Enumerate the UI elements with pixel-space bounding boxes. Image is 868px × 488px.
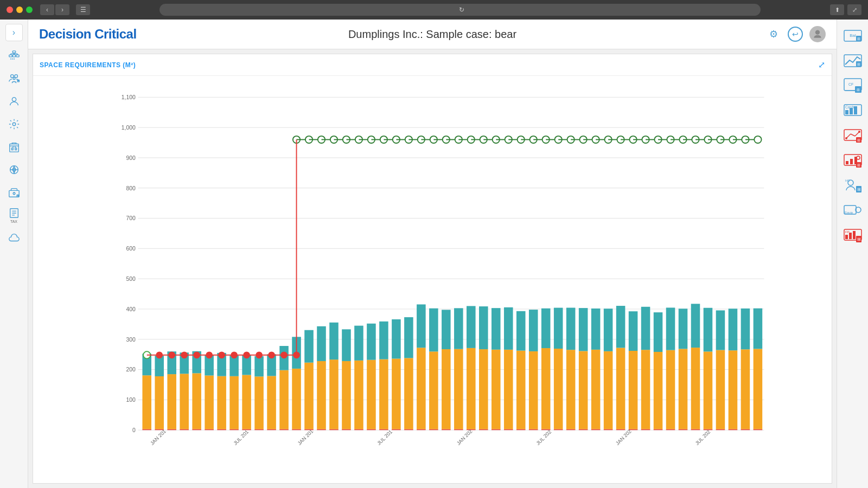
svg-rect-180: [679, 349, 688, 429]
sidebar-item-finance[interactable]: +: [4, 182, 24, 203]
right-sidebar-item-bal[interactable]: Bal ⊞: [840, 24, 866, 48]
svg-text:Bal: Bal: [850, 33, 856, 38]
svg-rect-83: [279, 429, 289, 430]
maximize-button[interactable]: [26, 7, 33, 13]
svg-point-299: [754, 136, 761, 143]
forward-nav-button[interactable]: ›: [55, 4, 69, 15]
svg-point-9: [10, 75, 13, 78]
svg-rect-124: [442, 310, 451, 349]
svg-rect-65: [205, 429, 214, 430]
svg-rect-87: [292, 369, 301, 429]
svg-text:400: 400: [126, 306, 136, 312]
svg-rect-191: [729, 429, 738, 430]
svg-rect-130: [467, 306, 476, 348]
svg-text:⊞: ⊞: [857, 138, 860, 142]
svg-rect-55: [155, 356, 164, 376]
svg-rect-155: [579, 429, 588, 430]
sidebar-item-person[interactable]: [4, 91, 24, 112]
svg-text:JAN 202: JAN 202: [455, 428, 473, 446]
app-layout: › A A A: [0, 20, 868, 488]
share-button[interactable]: ⬆: [830, 4, 844, 15]
logo-decision: Decision: [39, 27, 91, 41]
sidebar-item-building[interactable]: [4, 137, 24, 157]
svg-rect-169: [629, 311, 638, 351]
svg-text:900: 900: [126, 155, 136, 161]
svg-rect-72: [229, 376, 239, 429]
svg-rect-57: [167, 374, 176, 429]
minimize-button[interactable]: [16, 7, 23, 13]
right-sidebar-item-6[interactable]: ⊞: [840, 149, 866, 172]
svg-rect-190: [716, 310, 725, 350]
reload-icon[interactable]: ↻: [459, 6, 464, 14]
svg-rect-80: [267, 429, 276, 430]
svg-text:⊞: ⊞: [857, 62, 860, 66]
svg-rect-173: [654, 429, 663, 430]
svg-rect-324: [854, 106, 857, 114]
svg-text:⊞: ⊞: [857, 187, 860, 192]
svg-line-328: [851, 134, 855, 136]
svg-rect-0: [12, 51, 16, 53]
svg-rect-153: [566, 350, 576, 429]
sidebar-item-org-chart[interactable]: A A A: [4, 46, 24, 66]
svg-rect-96: [329, 359, 339, 429]
svg-rect-1: [9, 55, 12, 57]
svg-text:500: 500: [126, 276, 136, 282]
svg-rect-168: [629, 351, 638, 429]
svg-text:⊞: ⊞: [857, 163, 860, 167]
fullscreen-button[interactable]: ⤢: [847, 4, 861, 15]
svg-text:HC: HC: [845, 179, 850, 182]
right-sidebar-item-hc[interactable]: HC ⊞: [840, 174, 866, 197]
svg-rect-69: [217, 376, 226, 429]
svg-rect-164: [616, 429, 626, 430]
content-area: SPACE REQUIREMENTS (M²) ⤢: [28, 49, 837, 488]
svg-rect-149: [554, 429, 563, 430]
expand-chart-button[interactable]: ⤢: [818, 60, 825, 70]
sidebar-toggle-button[interactable]: ☰: [76, 4, 90, 15]
svg-rect-182: [691, 429, 700, 430]
svg-text:JAN 202: JAN 202: [614, 428, 632, 446]
right-sidebar-item-5[interactable]: ⊞: [840, 124, 866, 147]
svg-rect-93: [317, 361, 326, 429]
svg-rect-3: [16, 55, 18, 57]
right-sidebar-item-fp[interactable]: FP ⊞: [840, 223, 866, 247]
svg-rect-140: [516, 429, 526, 430]
svg-rect-99: [342, 361, 351, 429]
svg-rect-186: [704, 351, 713, 429]
svg-rect-154: [566, 308, 576, 350]
settings-icon[interactable]: ⚙: [766, 27, 781, 42]
svg-text:JUL 202: JUL 202: [535, 429, 552, 446]
right-sidebar-item-cash[interactable]: Cash: [840, 99, 866, 123]
svg-rect-78: [254, 376, 264, 429]
right-sidebar-item-2[interactable]: ⊞: [840, 49, 866, 73]
avatar[interactable]: [809, 26, 826, 42]
sidebar-item-tax[interactable]: TAX: [4, 205, 24, 226]
svg-rect-73: [229, 356, 239, 376]
close-button[interactable]: [7, 7, 13, 13]
sidebar-item-people[interactable]: +: [4, 68, 24, 89]
svg-rect-110: [392, 429, 401, 430]
svg-rect-197: [754, 429, 763, 430]
svg-rect-150: [554, 349, 563, 429]
svg-rect-196: [741, 309, 750, 349]
svg-rect-92: [317, 429, 326, 430]
right-sidebar-item-cf[interactable]: CF ⊞: [840, 74, 866, 98]
svg-rect-170: [641, 429, 650, 430]
back-icon[interactable]: ↩: [788, 27, 803, 42]
svg-rect-145: [529, 310, 538, 351]
app-header: Decision Critical Dumplings Inc.: Sample…: [28, 20, 837, 49]
sidebar-collapse-button[interactable]: ›: [5, 24, 23, 41]
right-sidebar-item-equip[interactable]: Equip: [840, 198, 866, 222]
svg-rect-86: [292, 429, 301, 430]
svg-rect-176: [666, 429, 675, 430]
svg-rect-183: [691, 348, 700, 429]
svg-rect-165: [616, 348, 626, 429]
sidebar-item-settings[interactable]: [4, 114, 24, 134]
sidebar-item-network[interactable]: [4, 159, 24, 180]
svg-text:600: 600: [126, 246, 136, 252]
svg-rect-136: [492, 308, 501, 350]
svg-rect-68: [217, 429, 226, 430]
svg-rect-122: [442, 429, 451, 430]
svg-rect-198: [754, 349, 763, 429]
sidebar-item-cloud[interactable]: [4, 228, 24, 248]
back-nav-button[interactable]: ‹: [40, 4, 54, 15]
